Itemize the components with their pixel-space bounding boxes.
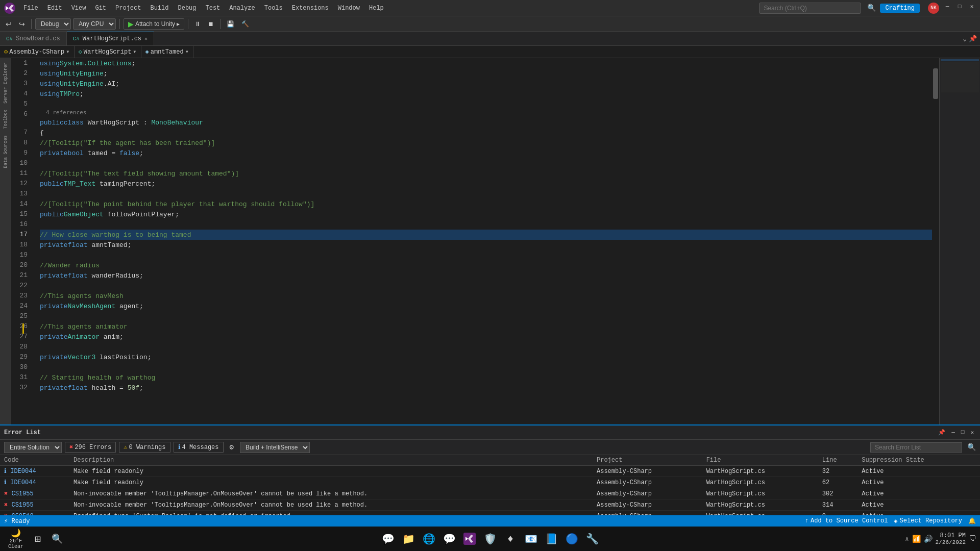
col-header-desc[interactable]: Description xyxy=(69,455,593,466)
edge-icon[interactable]: 🌐 xyxy=(420,530,438,548)
toolbox-label[interactable]: Toolbox xyxy=(2,108,9,131)
teams-icon[interactable]: 💬 xyxy=(379,530,397,548)
network-icon[interactable]: 📶 xyxy=(912,535,921,543)
col-header-line[interactable]: Line xyxy=(818,455,858,466)
scope-filter-dropdown[interactable]: Entire Solution xyxy=(4,442,62,453)
notification-bell-icon[interactable]: 🔔 xyxy=(968,517,976,525)
file-explorer-icon[interactable]: 📁 xyxy=(399,530,418,548)
menu-debug[interactable]: Debug xyxy=(174,3,200,14)
volume-icon[interactable]: 🔊 xyxy=(924,535,933,543)
error-code-link[interactable]: CS1955 xyxy=(11,502,33,509)
toolbar-redo-btn[interactable]: ↪ xyxy=(16,19,28,29)
menu-view[interactable]: View xyxy=(67,3,90,14)
cell-state: Active xyxy=(857,466,980,477)
select-repo-btn[interactable]: ◈ Select Repository xyxy=(894,517,962,525)
ctx-member[interactable]: ◈ amntTamed ▾ xyxy=(141,46,193,58)
col-header-project[interactable]: Project xyxy=(593,455,702,466)
toolbar-save-all-btn[interactable]: 💾 xyxy=(224,19,237,29)
skype-icon[interactable]: 🔵 xyxy=(562,530,581,548)
server-explorer-label[interactable]: Server Explorer xyxy=(2,60,9,106)
search-icon-errorlist[interactable]: 🔍 xyxy=(967,443,976,452)
separator2 xyxy=(119,19,120,29)
panel-close-btn[interactable]: ✕ xyxy=(968,428,976,437)
table-row[interactable]: ✖ CS1955 Non-invocable member 'TooltipsM… xyxy=(0,499,980,511)
menu-tools[interactable]: Tools xyxy=(260,3,287,14)
error-code-link[interactable]: IDE0044 xyxy=(10,479,36,486)
col-header-state[interactable]: Suppression State xyxy=(857,455,980,466)
cpu-config-dropdown[interactable]: Any CPU xyxy=(73,18,116,30)
col-header-file[interactable]: File xyxy=(702,455,818,466)
panel-pin-btn[interactable]: 📌 xyxy=(936,428,947,437)
code-line-32: private float health = 50f; xyxy=(40,383,939,393)
col-header-code[interactable]: Code xyxy=(0,455,69,466)
weather-widget[interactable]: 🌙 26°F Clear xyxy=(4,528,28,549)
error-list-search[interactable] xyxy=(870,442,962,453)
source-control-btn[interactable]: ↑ Add to Source Control xyxy=(805,517,888,524)
menu-extensions[interactable]: Extensions xyxy=(288,3,333,14)
error-code-link[interactable]: CS1955 xyxy=(11,490,33,497)
build-scope-dropdown[interactable]: Build + IntelliSense xyxy=(240,442,310,453)
filter-options-btn[interactable]: ⚙ xyxy=(230,443,234,452)
tab-close-btn[interactable]: ✕ xyxy=(144,36,148,42)
menu-test[interactable]: Test xyxy=(202,3,225,14)
code-line-16 xyxy=(40,219,939,230)
extra-app-icon[interactable]: 🔧 xyxy=(583,530,601,548)
toolbar-stop-btn[interactable]: ⏹ xyxy=(205,19,216,29)
clock-widget[interactable]: 8:01 PM 2/26/2022 xyxy=(936,532,966,545)
panel-maximize-btn[interactable]: □ xyxy=(959,428,967,437)
tab-warthog[interactable]: C# WartHogScript.cs ✕ xyxy=(67,32,154,45)
minimize-btn[interactable]: ─ xyxy=(943,3,951,11)
clock-time: 8:01 PM xyxy=(940,532,966,539)
search-taskbar-btn[interactable]: 🔍 xyxy=(48,530,66,548)
data-sources-label[interactable]: Data Sources xyxy=(2,133,9,170)
menu-project[interactable]: Project xyxy=(111,3,145,14)
messages-filter-btn[interactable]: ℹ 4 Messages xyxy=(174,442,224,453)
code-line-31: // Starting health of warthog xyxy=(40,372,939,383)
unity-taskbar-icon[interactable]: 🛡️ xyxy=(481,530,499,548)
warning-filter-icon: ⚠ xyxy=(124,443,127,451)
menu-help[interactable]: Help xyxy=(365,3,388,14)
panel-minimize-btn[interactable]: — xyxy=(949,428,957,437)
outlook-icon[interactable]: 📧 xyxy=(522,530,540,548)
menu-git[interactable]: Git xyxy=(91,3,110,14)
error-code-link[interactable]: IDE0044 xyxy=(10,468,36,475)
errors-filter-btn[interactable]: ✖ 296 Errors xyxy=(65,442,116,453)
menu-window[interactable]: Window xyxy=(334,3,364,14)
menu-file[interactable]: File xyxy=(19,3,42,14)
table-row[interactable]: ✖ CS1955 Non-invocable member 'TooltipsM… xyxy=(0,488,980,499)
editor-scroll-thumb[interactable] xyxy=(933,68,938,99)
toolbar-pause-btn[interactable]: ⏸ xyxy=(192,19,203,29)
menu-edit[interactable]: Edit xyxy=(43,3,66,14)
attach-to-unity-btn[interactable]: ▶ Attach to Unity ▸ xyxy=(124,18,184,30)
toolbar-build-btn[interactable]: 🔨 xyxy=(239,19,252,29)
warnings-filter-btn[interactable]: ⚠ 0 Warnings xyxy=(119,442,170,453)
close-btn[interactable]: ✕ xyxy=(968,3,976,11)
onenote-icon[interactable]: 📘 xyxy=(542,530,560,548)
maximize-btn[interactable]: □ xyxy=(955,3,964,11)
tab-list-btn[interactable]: ⌄ xyxy=(963,35,967,43)
table-row[interactable]: ℹ IDE0044 Make field readonly Assembly-C… xyxy=(0,477,980,488)
start-btn[interactable]: ⊞ xyxy=(29,530,47,548)
rider-icon[interactable]: ♦ xyxy=(501,530,520,548)
global-search-input[interactable] xyxy=(759,3,861,14)
menu-analyze[interactable]: Analyze xyxy=(225,3,259,14)
cell-project: Assembly-CSharp xyxy=(593,477,702,488)
ctx-assembly[interactable]: ⚙ Assembly-CSharp ▾ xyxy=(0,46,75,58)
error-filter-icon: ✖ xyxy=(69,443,73,451)
ctx-class[interactable]: ◇ WartHogScript ▾ xyxy=(75,46,141,58)
vs-taskbar-icon[interactable] xyxy=(460,530,479,548)
menu-build[interactable]: Build xyxy=(146,3,173,14)
notification-center-icon[interactable]: 🗨 xyxy=(969,535,976,543)
code-line-14: //[Tooltip("The point behind the player … xyxy=(40,199,939,209)
vs-logo xyxy=(4,3,15,14)
cell-desc: Non-invocable member 'TooltipsManager.On… xyxy=(69,488,593,499)
tab-snowboard[interactable]: C# SnowBoard.cs xyxy=(0,32,67,45)
debug-config-dropdown[interactable]: Debug xyxy=(35,18,71,30)
tab-pin-btn[interactable]: 📌 xyxy=(969,35,977,43)
discord-icon[interactable]: 💬 xyxy=(440,530,458,548)
toolbar-undo-btn[interactable]: ↩ xyxy=(3,19,14,29)
table-row[interactable]: ℹ IDE0044 Make field readonly Assembly-C… xyxy=(0,466,980,477)
cell-desc: Non-invocable member 'TooltipsManager.On… xyxy=(69,499,593,511)
panel-toolbar: Entire Solution ✖ 296 Errors ⚠ 0 Warning… xyxy=(0,440,980,455)
avatar-btn[interactable]: NK xyxy=(928,3,939,14)
